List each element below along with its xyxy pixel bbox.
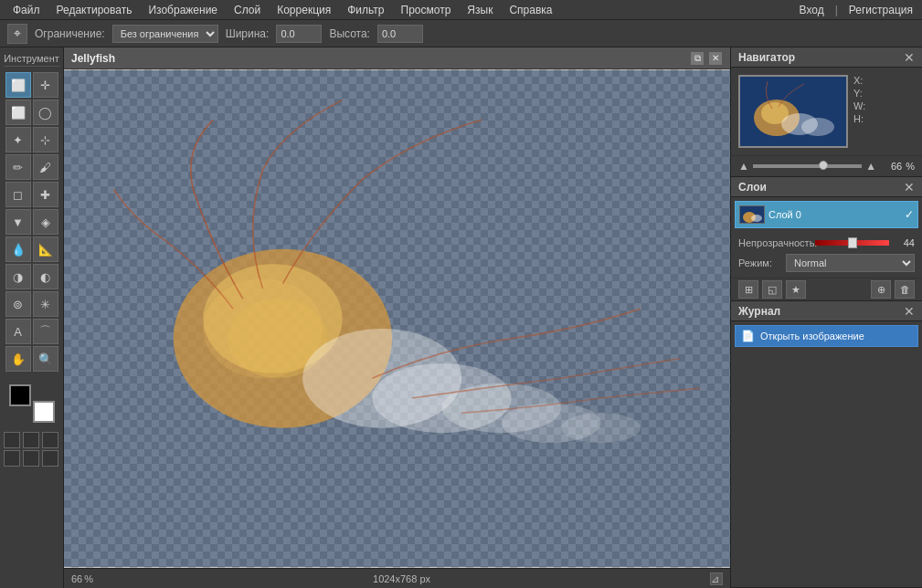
- toolbox: Инструмент ⬜ ✛ ⬜ ◯ ✦ ⊹ ✏ 🖌 ◻ ✚ ▼ ◈ 💧 📐: [0, 47, 64, 588]
- status-zoom-unit: %: [84, 573, 93, 584]
- foreground-color[interactable]: [9, 384, 31, 406]
- eraser-tool[interactable]: ◻: [5, 182, 31, 207]
- menu-correction[interactable]: Коррекция: [270, 2, 338, 18]
- navigator-close-btn[interactable]: ✕: [904, 50, 915, 65]
- toolbox-bottom-grid: [4, 432, 59, 467]
- canvas-container[interactable]: [64, 69, 730, 568]
- zoom-unit: %: [906, 161, 915, 172]
- text-tool[interactable]: A: [5, 319, 31, 344]
- magic-wand-tool[interactable]: ✦: [5, 127, 31, 152]
- menu-view[interactable]: Просмотр: [394, 2, 459, 18]
- zoom-slider-track: [753, 164, 862, 168]
- journal-item-1[interactable]: 📄 Открыть изображение: [735, 325, 918, 347]
- select-tool[interactable]: ⬜: [5, 72, 31, 98]
- canvas-image: [64, 69, 730, 568]
- grid-btn-1[interactable]: [4, 432, 20, 448]
- menubar-items: Файл Редактировать Изображение Слой Корр…: [5, 2, 559, 18]
- grid-btn-4[interactable]: [4, 450, 20, 467]
- grid-btn-6[interactable]: [42, 450, 58, 467]
- login-link[interactable]: Вход: [796, 4, 828, 16]
- tool-row-4: ✏ 🖌: [4, 154, 59, 180]
- layers-close-btn[interactable]: ✕: [904, 180, 915, 194]
- tool-row-10: A ⌒: [4, 319, 59, 344]
- navigator-thumb-svg: [740, 77, 848, 148]
- zoom-out-icon[interactable]: ▲: [738, 160, 749, 173]
- grid-btn-2[interactable]: [23, 432, 39, 448]
- measure-tool[interactable]: 📐: [33, 236, 58, 262]
- toolbar: ⌖ Ограничение: Без ограничения Ширина: В…: [0, 20, 922, 47]
- eyedropper-tool[interactable]: 💧: [5, 236, 31, 262]
- rect-select-tool[interactable]: ⬜: [5, 100, 31, 125]
- layer-visibility-check[interactable]: ✓: [905, 208, 914, 221]
- journal-content: 📄 Открыть изображение: [731, 321, 922, 351]
- navigator-zoom-row: ▲ ▲ 66 %: [731, 155, 922, 176]
- nav-x-label: X:: [853, 75, 863, 86]
- path-tool[interactable]: ⌒: [33, 319, 58, 344]
- dodge-tool[interactable]: ◑: [5, 264, 31, 289]
- mode-select[interactable]: Normal Multiply Screen Overlay: [786, 254, 915, 272]
- toolbox-title: Инструмент: [4, 51, 59, 67]
- svg-rect-0: [64, 70, 730, 567]
- sharpen-tool[interactable]: ✳: [33, 291, 58, 317]
- tool-row-2: ⬜ ◯: [4, 100, 59, 125]
- lasso-tool[interactable]: ◯: [33, 100, 58, 125]
- toolbar-crop-icon[interactable]: ⌖: [7, 24, 27, 44]
- layer-merge-btn[interactable]: ⊕: [871, 280, 891, 299]
- journal-close-btn[interactable]: ✕: [904, 304, 915, 319]
- opacity-slider[interactable]: [815, 240, 889, 246]
- height-input[interactable]: [377, 25, 423, 43]
- burn-tool[interactable]: ◐: [33, 264, 58, 289]
- width-input[interactable]: [276, 25, 322, 43]
- nav-w: W:: [853, 100, 869, 111]
- navigator-zoom-slider[interactable]: [753, 164, 862, 168]
- menu-file[interactable]: Файл: [5, 2, 48, 18]
- menu-edit[interactable]: Редактировать: [49, 2, 140, 18]
- zoom-value: 66: [880, 161, 902, 172]
- menu-image[interactable]: Изображение: [141, 2, 225, 18]
- opacity-row: Непрозрачность: 44: [731, 234, 922, 252]
- smudge-tool[interactable]: ⊚: [5, 291, 31, 317]
- canvas-close-btn[interactable]: ✕: [708, 51, 723, 66]
- background-color[interactable]: [33, 401, 55, 423]
- layer-duplicate-btn[interactable]: ◱: [762, 280, 782, 299]
- menu-help[interactable]: Справка: [502, 2, 559, 18]
- grid-btn-5[interactable]: [23, 450, 39, 467]
- smart-select-tool[interactable]: ⊹: [33, 127, 58, 152]
- size-status: 1024x768 px: [373, 573, 430, 584]
- zoom-tool[interactable]: 🔍: [33, 346, 58, 372]
- hand-tool[interactable]: ✋: [5, 346, 31, 372]
- navigator-thumbnail[interactable]: [738, 75, 848, 148]
- layer-item-0[interactable]: Слой 0 ✓: [735, 201, 918, 228]
- opacity-thumb[interactable]: [848, 237, 857, 248]
- nav-x: X:: [853, 75, 869, 86]
- journal-item-icon: 📄: [741, 330, 755, 342]
- move-tool[interactable]: ✛: [33, 72, 58, 98]
- menu-language[interactable]: Язык: [460, 2, 500, 18]
- register-link[interactable]: Регистрация: [845, 4, 917, 16]
- layer-delete-btn[interactable]: 🗑: [895, 280, 915, 299]
- zoom-status: 66 %: [71, 573, 93, 584]
- pencil-tool[interactable]: ✏: [5, 154, 31, 180]
- zoom-in-icon[interactable]: ▲: [865, 160, 876, 173]
- gradient-tool[interactable]: ◈: [33, 209, 58, 235]
- canvas-statusbar: 66 % 1024x768 px ⊿: [64, 568, 730, 588]
- tool-row-5: ◻ ✚: [4, 182, 59, 207]
- menubar: Файл Редактировать Изображение Слой Корр…: [0, 0, 922, 20]
- layer-new-btn[interactable]: ⊞: [738, 280, 758, 299]
- heal-tool[interactable]: ✚: [33, 182, 58, 207]
- constraint-select[interactable]: Без ограничения: [112, 25, 218, 43]
- brush-tool[interactable]: 🖌: [33, 154, 58, 180]
- grid-btn-3[interactable]: [42, 432, 58, 448]
- tool-row-1: ⬜ ✛: [4, 72, 59, 98]
- journal-panel: Журнал ✕ 📄 Открыть изображение: [731, 301, 922, 588]
- fill-tool[interactable]: ▼: [5, 209, 31, 235]
- opacity-label: Непрозрачность:: [738, 237, 811, 248]
- canvas-resize-handle[interactable]: ⊿: [710, 572, 723, 585]
- zoom-slider-thumb[interactable]: [819, 161, 828, 170]
- tool-row-11: ✋ 🔍: [4, 346, 59, 372]
- menu-layer[interactable]: Слой: [227, 2, 268, 18]
- layer-effects-btn[interactable]: ★: [786, 280, 806, 299]
- mode-row: Режим: Normal Multiply Screen Overlay: [731, 252, 922, 278]
- menu-filter[interactable]: Фильтр: [340, 2, 391, 18]
- canvas-restore-btn[interactable]: ⧉: [690, 51, 705, 66]
